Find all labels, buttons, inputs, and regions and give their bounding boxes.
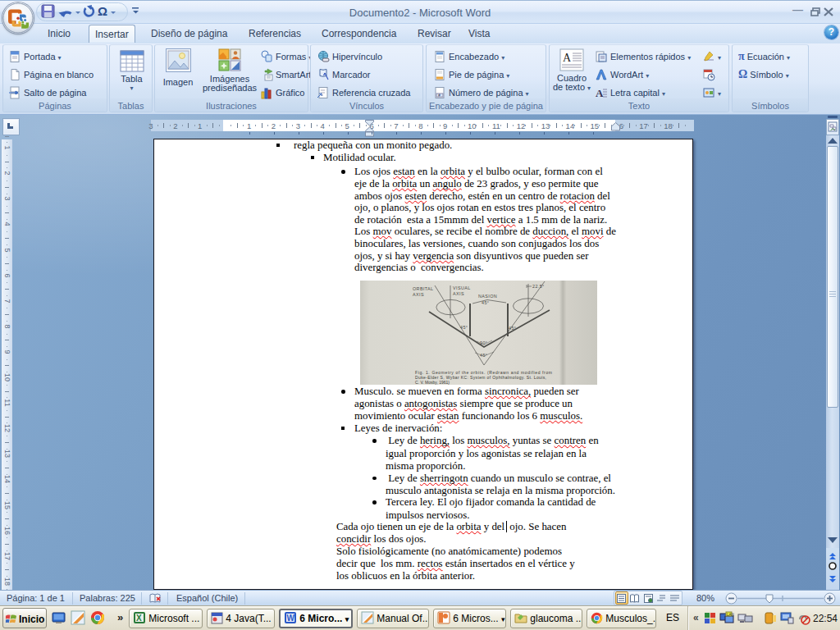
svg-text:22.5°: 22.5° — [532, 284, 545, 289]
svg-text:LAN: LAN — [727, 613, 734, 617]
svg-text:VISUAL: VISUAL — [453, 285, 471, 290]
svg-text:C. V. Mosby, 1961): C. V. Mosby, 1961) — [415, 380, 450, 385]
svg-text:A: A — [563, 52, 572, 64]
svg-text:NASION: NASION — [478, 294, 497, 299]
svg-text:AXIS: AXIS — [453, 291, 464, 296]
svg-text:AXIS: AXIS — [413, 292, 424, 297]
svg-text:ORBITAL: ORBITAL — [413, 286, 433, 291]
svg-text:W: W — [287, 614, 295, 623]
svg-text:90°: 90° — [480, 340, 487, 345]
svg-text:45°: 45° — [480, 353, 487, 358]
svg-text:45°: 45° — [509, 326, 516, 331]
svg-text:A: A — [596, 87, 604, 99]
svg-text:45°: 45° — [482, 300, 489, 305]
svg-text:45°: 45° — [460, 325, 468, 330]
svg-text:X: X — [136, 614, 142, 623]
svg-text:Ω: Ω — [98, 4, 107, 18]
